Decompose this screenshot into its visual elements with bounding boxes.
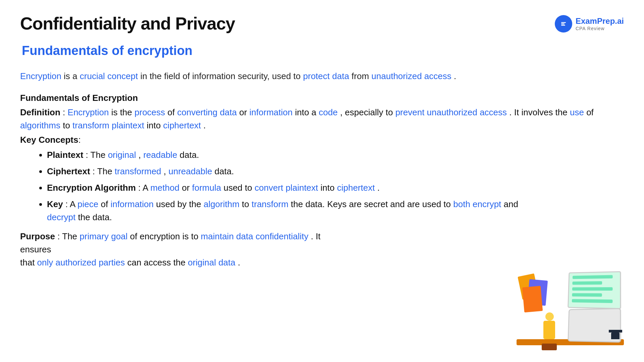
def-process: process (135, 107, 165, 117)
def-prevent: prevent unauthorized access (395, 107, 507, 117)
definition-line: Definition : Encryption is the process o… (20, 106, 624, 132)
plaintext-label: Plaintext (47, 150, 83, 160)
logo-svg (558, 19, 569, 29)
ciphertext-unreadable: unreadable (168, 166, 212, 176)
plaintext-readable: readable (143, 150, 177, 160)
illustration-area (517, 265, 624, 352)
screen-line-5 (572, 299, 613, 303)
svg-rect-1 (561, 22, 566, 23)
key-concepts-heading: Key Concepts: (20, 135, 624, 145)
key-information: information (110, 199, 154, 209)
purpose-label: Purpose (20, 231, 55, 241)
list-item-ciphertext: Ciphertext : The transformed , unreadabl… (47, 165, 624, 178)
screen-line-3 (572, 287, 613, 291)
laptop-screen (568, 271, 621, 309)
definition-label: Definition (20, 107, 60, 117)
header-area: Confidentiality and Privacy ExamPrep.ai … (20, 13, 624, 34)
person-head (545, 312, 554, 321)
intro-period: . (454, 71, 456, 81)
section-title: Fundamentals of encryption (20, 44, 624, 58)
key-transform: transform (252, 199, 288, 209)
algorithm-formula: formula (192, 183, 221, 193)
illustration (517, 265, 624, 352)
key-piece: piece (77, 199, 98, 209)
screen-line-4 (572, 293, 602, 297)
purpose-authorized: only authorized parties (37, 257, 125, 267)
chair (542, 344, 557, 350)
def-use: use (570, 107, 584, 117)
intro-text-3: from (352, 71, 371, 81)
intro-text-2: in the field of information security, us… (140, 71, 303, 81)
list-item-key: Key : A piece of information used by the… (47, 198, 624, 224)
graduation-cap (609, 326, 622, 339)
intro-text-1: is a (64, 71, 80, 81)
book-1 (522, 286, 543, 313)
def-information: information (250, 107, 293, 117)
intro-protect: protect data (303, 71, 349, 81)
def-transform: transform plaintext (72, 120, 144, 130)
def-ciphertext: ciphertext (163, 120, 201, 130)
plaintext-original: original (108, 150, 136, 160)
bullet-list: Plaintext : The original , readable data… (20, 148, 624, 224)
page-container: Confidentiality and Privacy ExamPrep.ai … (0, 0, 644, 362)
logo-text: ExamPrep.ai CPA Review (576, 16, 624, 31)
purpose-maintain: maintain data confidentiality (201, 231, 309, 241)
key-decrypt: decrypt (47, 212, 75, 222)
purpose-original-data: original data (188, 257, 235, 267)
intro-encryption: Encryption (20, 71, 61, 81)
screen-line-2 (572, 281, 602, 285)
fundamentals-heading: Fundamentals of Encryption (20, 93, 624, 103)
key-label: Key (47, 199, 63, 209)
def-code: code (319, 107, 337, 117)
intro-crucial: crucial concept (80, 71, 138, 81)
algorithm-label: Encryption Algorithm (47, 183, 136, 193)
logo-area: ExamPrep.ai CPA Review (555, 15, 624, 33)
svg-rect-3 (561, 25, 565, 26)
ciphertext-label: Ciphertext (47, 166, 90, 176)
def-algorithms: algorithms (20, 120, 60, 130)
list-item-plaintext: Plaintext : The original , readable data… (47, 148, 624, 162)
list-item-algorithm: Encryption Algorithm : A method or formu… (47, 181, 624, 194)
key-algorithm: algorithm (204, 199, 239, 209)
svg-rect-2 (561, 23, 565, 24)
purpose-primary-goal: primary goal (79, 231, 127, 241)
ciphertext-transformed: transformed (115, 166, 161, 176)
intro-paragraph: Encryption is a crucial concept in the f… (20, 70, 624, 83)
def-encryption: Encryption (68, 107, 109, 117)
screen-line-1 (573, 275, 613, 279)
key-both-encrypt: both encrypt (453, 199, 501, 209)
person-body (543, 321, 555, 339)
purpose-line: Purpose : The primary goal of encryption… (20, 230, 322, 269)
algorithm-ciphertext: ciphertext (337, 183, 375, 193)
logo-name: ExamPrep.ai (576, 16, 624, 26)
logo-icon (555, 15, 572, 33)
grad-cap-body (611, 333, 620, 339)
page-title: Confidentiality and Privacy (20, 13, 235, 34)
algorithm-method: method (150, 183, 179, 193)
algorithm-convert: convert plaintext (255, 183, 318, 193)
logo-subtitle: CPA Review (576, 26, 605, 31)
def-converting: converting data (177, 107, 237, 117)
intro-unauthorized: unauthorized access (371, 71, 451, 81)
grad-cap-top (609, 330, 622, 333)
